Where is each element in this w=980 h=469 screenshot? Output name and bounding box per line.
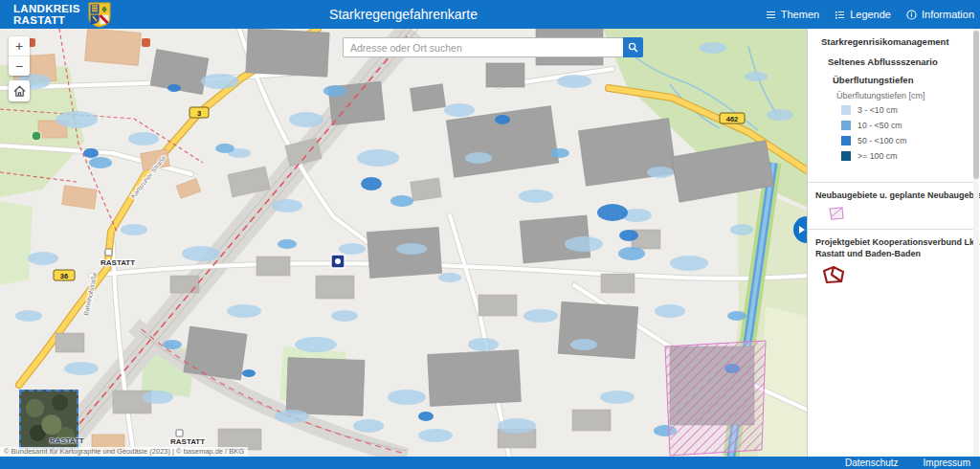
legend-root-title[interactable]: Starkregenrisikomanagement — [821, 36, 949, 47]
menu-icon — [766, 10, 776, 20]
legend-class-row: 10 - <50 cm — [841, 121, 902, 130]
legende-label: Legende — [850, 9, 891, 20]
legend-list-icon — [835, 10, 845, 20]
info-icon — [906, 10, 917, 20]
svg-text:3: 3 — [197, 109, 201, 118]
flood-swatch-2 — [841, 121, 851, 130]
station-icon-south — [176, 430, 183, 436]
zoom-control: + − — [9, 36, 30, 76]
search-icon — [628, 42, 638, 53]
header-nav: Themen Legende Information — [766, 0, 974, 29]
zoom-in-button[interactable]: + — [9, 36, 30, 56]
rastatt-station-label: RASTATT — [100, 258, 135, 267]
legend-neubaugebiete[interactable]: Neubaugebiete u. geplante Neubaugebiete — [815, 190, 980, 200]
legend-projektgebiet-line1[interactable]: Projektgebiet Kooperationsverbund Lks. — [815, 237, 980, 247]
legend-class-row: 3 - <10 cm — [841, 105, 898, 115]
road-badge-b36: 36 — [54, 270, 75, 280]
search-bar — [343, 37, 643, 57]
chevron-right-icon — [799, 226, 805, 234]
home-icon — [13, 85, 26, 97]
panel-scrollbar-thumb[interactable] — [973, 31, 979, 179]
search-button[interactable] — [623, 37, 643, 57]
legend-panel: Starkregenrisikomanagement Seltenes Abfl… — [807, 29, 980, 457]
poi-orange-icon — [142, 38, 150, 47]
flood-swatch-3 — [841, 136, 851, 145]
station-icon — [105, 249, 112, 256]
rastatt-city-label: RASTATT — [170, 437, 205, 446]
map-canvas[interactable]: 3 462 36 Karlsruher Straße Bahnhofstraße… — [0, 29, 807, 457]
impressum-link[interactable]: Impressum — [924, 457, 970, 469]
road-badge-b3: 3 — [189, 107, 209, 118]
svg-text:36: 36 — [60, 272, 68, 280]
flood-label-4: >= 100 cm — [858, 151, 898, 161]
basemap: 3 462 36 Karlsruher Straße Bahnhofstraße… — [0, 29, 807, 457]
legend-scenario[interactable]: Seltenes Abflussszenario — [828, 56, 938, 67]
neubaugebiet-symbol-icon — [827, 206, 846, 221]
legend-unit-header: Überflutungstiefen [cm] — [836, 91, 925, 100]
themen-label: Themen — [781, 9, 819, 20]
flood-label-2: 10 - <50 cm — [858, 121, 902, 130]
legend-layer[interactable]: Überflutungstiefen — [833, 75, 913, 85]
home-extent-button[interactable] — [9, 80, 30, 101]
poi-green-icon — [32, 131, 41, 141]
search-input[interactable] — [343, 37, 643, 57]
poi-museum-icon — [331, 255, 345, 268]
neubaugebiet-area — [665, 341, 766, 456]
legend-class-row: 50 - <100 cm — [841, 136, 907, 145]
information-button[interactable]: Information — [906, 9, 974, 20]
svg-text:462: 462 — [726, 115, 739, 123]
information-label: Information — [922, 9, 974, 20]
legende-button[interactable]: Legende — [835, 9, 891, 20]
app-header: LANDKREIS RASTATT Starkregengefahrenkart… — [0, 0, 980, 29]
map-attribution: © Bundesamt für Kartographie und Geodäsi… — [0, 447, 248, 457]
flood-swatch-4 — [841, 151, 851, 161]
themen-button[interactable]: Themen — [766, 9, 819, 20]
flood-label-3: 50 - <100 cm — [858, 136, 907, 145]
road-badge-b462: 462 — [720, 113, 745, 123]
zoom-out-button[interactable]: − — [9, 56, 30, 76]
datenschutz-link[interactable]: Datenschutz — [845, 457, 899, 469]
flood-label-1: 3 - <10 cm — [858, 105, 898, 115]
flood-swatch-1 — [841, 105, 851, 115]
inset-rastatt-caption: RASTATT — [50, 436, 84, 445]
projektgebiet-symbol-icon — [821, 264, 846, 285]
legend-class-row: >= 100 cm — [841, 151, 898, 161]
footer-bar: Datenschutz Impressum — [0, 457, 980, 469]
page-title: Starkregengefahrenkarte — [0, 0, 807, 29]
legend-projektgebiet-line2: Rastatt und Baden-Baden — [815, 249, 921, 258]
